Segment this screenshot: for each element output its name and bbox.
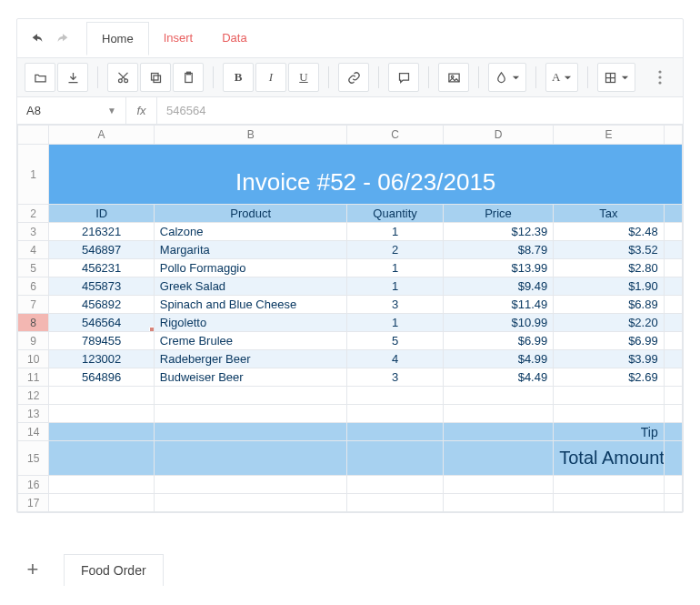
col-header[interactable]: E — [554, 126, 664, 145]
cell[interactable]: 4 — [347, 350, 443, 368]
font-color-button[interactable]: A — [545, 63, 578, 92]
cell[interactable]: $13.99 — [443, 259, 553, 277]
paste-button[interactable] — [173, 63, 204, 92]
active-cell[interactable]: 546564 — [49, 314, 154, 332]
cell[interactable]: $1.90 — [554, 277, 664, 296]
cell[interactable]: 456892 — [49, 296, 154, 314]
row-header[interactable]: 11 — [18, 368, 49, 387]
row-header[interactable]: 15 — [18, 441, 49, 476]
cell[interactable]: $9.49 — [443, 277, 553, 296]
cell[interactable]: Budweiser Beer — [154, 368, 347, 387]
cell[interactable]: $2.20 — [554, 314, 664, 332]
select-all-corner[interactable] — [18, 126, 49, 145]
row-header[interactable]: 3 — [18, 223, 49, 241]
cell[interactable]: 2 — [347, 241, 443, 259]
col-header[interactable]: D — [443, 126, 553, 145]
cell[interactable]: $6.99 — [443, 332, 553, 350]
cell[interactable]: 1 — [347, 223, 443, 241]
col-header[interactable] — [664, 126, 682, 145]
redo-button[interactable] — [50, 25, 75, 51]
cell[interactable]: $11.49 — [443, 296, 553, 314]
cell[interactable]: $2.48 — [554, 223, 664, 241]
cell[interactable]: $12.39 — [443, 223, 553, 241]
formula-bar[interactable]: 546564 — [157, 97, 683, 124]
undo-button[interactable] — [25, 25, 50, 51]
cell[interactable]: $3.99 — [554, 350, 664, 368]
underline-button[interactable]: U — [288, 63, 319, 92]
header-id[interactable]: ID — [49, 205, 154, 223]
cell[interactable]: Creme Brulee — [154, 332, 347, 350]
cell[interactable]: 1 — [347, 259, 443, 277]
spreadsheet[interactable]: A B C D E 1 Invoice #52 - 06/23/2015 2 I… — [17, 125, 683, 512]
cell[interactable]: Rigoletto — [154, 314, 347, 332]
export-button[interactable] — [57, 63, 88, 92]
row-header[interactable]: 13 — [18, 405, 49, 423]
cell[interactable]: 216321 — [49, 223, 154, 241]
bold-button[interactable]: B — [223, 63, 254, 92]
header-qty[interactable]: Quantity — [347, 205, 443, 223]
row-header[interactable]: 16 — [18, 476, 49, 494]
cell[interactable]: Greek Salad — [154, 277, 347, 296]
name-box[interactable]: A8 ▼ — [17, 97, 126, 125]
row-header[interactable]: 6 — [18, 277, 49, 296]
cell[interactable]: $4.99 — [443, 350, 553, 368]
cell[interactable]: 456231 — [49, 259, 154, 277]
row-header[interactable]: 10 — [18, 350, 49, 368]
link-button[interactable] — [338, 63, 369, 92]
row-header[interactable]: 7 — [18, 296, 49, 314]
row-header[interactable]: 8 — [18, 314, 49, 332]
tip-label[interactable]: Tip — [554, 423, 664, 441]
cell[interactable]: $6.89 — [554, 296, 664, 314]
cell[interactable]: 5 — [347, 332, 443, 350]
fill-color-button[interactable] — [488, 63, 526, 92]
cell[interactable]: Calzone — [154, 223, 347, 241]
cut-button[interactable] — [107, 63, 138, 92]
cell[interactable]: $6.99 — [554, 332, 664, 350]
image-button[interactable] — [438, 63, 469, 92]
cell[interactable]: $8.79 — [443, 241, 553, 259]
row-header[interactable]: 9 — [18, 332, 49, 350]
row-header[interactable]: 2 — [18, 205, 49, 223]
add-sheet-button[interactable]: + — [16, 553, 49, 586]
row-header[interactable]: 17 — [18, 494, 49, 512]
copy-button[interactable] — [140, 63, 171, 92]
cell[interactable]: $3.52 — [554, 241, 664, 259]
cell[interactable]: Pollo Formaggio — [154, 259, 347, 277]
cell[interactable]: 455873 — [49, 277, 154, 296]
col-header[interactable]: B — [154, 126, 347, 145]
italic-button[interactable]: I — [255, 63, 286, 92]
header-tax[interactable]: Tax — [554, 205, 664, 223]
cell[interactable]: Spinach and Blue Cheese — [154, 296, 347, 314]
total-amount-label[interactable]: Total Amount — [554, 441, 664, 476]
row-header[interactable]: 4 — [18, 241, 49, 259]
borders-button[interactable] — [597, 63, 635, 92]
row-header[interactable]: 14 — [18, 423, 49, 441]
tab-home[interactable]: Home — [86, 22, 149, 55]
cell[interactable]: 564896 — [49, 368, 154, 387]
cell[interactable]: 789455 — [49, 332, 154, 350]
invoice-title[interactable]: Invoice #52 - 06/23/2015 — [49, 145, 683, 205]
comment-button[interactable] — [388, 63, 419, 92]
header-price[interactable]: Price — [443, 205, 553, 223]
header-product[interactable]: Product — [154, 205, 347, 223]
col-header[interactable]: A — [49, 126, 154, 145]
cell[interactable]: $4.49 — [443, 368, 553, 387]
cell[interactable]: 1 — [347, 277, 443, 296]
more-menu[interactable] — [645, 70, 675, 85]
cell[interactable]: Radeberger Beer — [154, 350, 347, 368]
sheet-tab[interactable]: Food Order — [64, 554, 164, 586]
cell[interactable]: 3 — [347, 296, 443, 314]
cell[interactable]: $10.99 — [443, 314, 553, 332]
cell[interactable]: $2.80 — [554, 259, 664, 277]
open-button[interactable] — [25, 63, 55, 92]
cell[interactable]: 546897 — [49, 241, 154, 259]
col-header[interactable]: C — [347, 126, 443, 145]
cell[interactable]: 123002 — [49, 350, 154, 368]
row-header[interactable]: 5 — [18, 259, 49, 277]
cell[interactable]: Margarita — [154, 241, 347, 259]
cell[interactable]: 1 — [347, 314, 443, 332]
row-header[interactable]: 12 — [18, 387, 49, 405]
cell[interactable]: $2.69 — [554, 368, 664, 387]
tab-data[interactable]: Data — [207, 22, 261, 55]
cell[interactable]: 3 — [347, 368, 443, 387]
